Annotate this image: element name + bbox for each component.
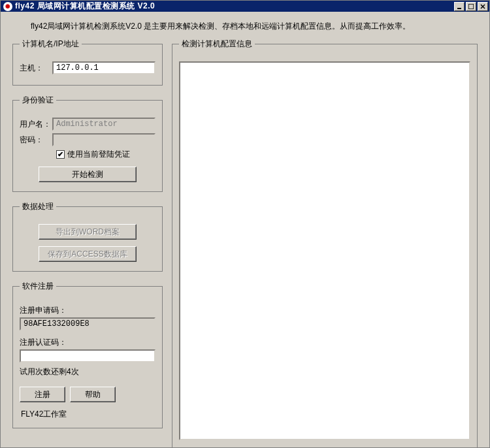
host-label: 主机： xyxy=(20,63,52,74)
host-group: 计算机名/IP地址 主机： xyxy=(12,39,163,86)
studio-label: FLY42工作室 xyxy=(21,409,155,420)
right-column: 检测计算机配置信息 xyxy=(172,39,478,448)
help-button[interactable]: 帮助 xyxy=(70,387,116,402)
password-input xyxy=(52,133,155,146)
save-access-button[interactable]: 保存到ACCESS数据库 xyxy=(39,246,137,262)
host-legend: 计算机名/IP地址 xyxy=(20,39,82,50)
window-title: fly42 局域网计算机配置检测系统 V2.0 xyxy=(15,1,454,12)
close-button[interactable] xyxy=(478,2,488,11)
reg-legend: 软件注册 xyxy=(20,281,56,292)
auth-code-label: 注册认证码： xyxy=(20,337,155,348)
use-current-credentials-checkbox[interactable]: ✔ xyxy=(56,150,65,159)
svg-rect-1 xyxy=(468,4,474,9)
maximize-button[interactable] xyxy=(466,2,476,11)
trial-remaining-label: 试用次数还剩4次 xyxy=(20,366,155,377)
host-input[interactable] xyxy=(52,61,155,74)
auth-group: 身份验证 用户名： 密码： ✔ 使用当前登陆凭证 开始检测 xyxy=(12,95,163,192)
result-group: 检测计算机配置信息 xyxy=(172,39,478,448)
request-code-field xyxy=(20,317,155,330)
left-column: 计算机名/IP地址 主机： 身份验证 用户名： 密码： xyxy=(12,39,163,448)
title-bar: ✺ fly42 局域网计算机配置检测系统 V2.0 xyxy=(1,1,489,12)
minimize-button[interactable] xyxy=(454,2,465,11)
registration-group: 软件注册 注册申请码： 注册认证码： 试用次数还剩4次 注册 帮助 FLY42工… xyxy=(12,281,163,428)
use-current-credentials-label: 使用当前登陆凭证 xyxy=(67,149,130,160)
result-textarea[interactable] xyxy=(179,61,470,440)
username-label: 用户名： xyxy=(20,119,52,130)
username-input xyxy=(52,118,155,131)
app-description: fly42局域网计算机检测系统V2.0 是主要用来解决检测、存档本地和远端计算机… xyxy=(31,21,478,32)
auth-legend: 身份验证 xyxy=(20,95,56,106)
export-word-button[interactable]: 导出到WORD档案 xyxy=(39,224,137,240)
svg-rect-0 xyxy=(457,8,461,9)
request-code-label: 注册申请码： xyxy=(20,305,155,316)
main-columns: 计算机名/IP地址 主机： 身份验证 用户名： 密码： xyxy=(12,39,478,448)
app-window: ✺ fly42 局域网计算机配置检测系统 V2.0 fly42局域网计算机检测系… xyxy=(0,0,490,448)
auth-code-input[interactable] xyxy=(20,349,155,362)
password-label: 密码： xyxy=(20,135,52,146)
data-group: 数据处理 导出到WORD档案 保存到ACCESS数据库 xyxy=(12,201,163,272)
window-controls xyxy=(454,2,488,11)
result-legend: 检测计算机配置信息 xyxy=(179,39,255,50)
data-legend: 数据处理 xyxy=(20,201,56,212)
start-detect-button[interactable]: 开始检测 xyxy=(39,167,137,182)
register-button[interactable]: 注册 xyxy=(20,387,65,402)
app-icon: ✺ xyxy=(3,2,12,11)
client-area: fly42局域网计算机检测系统V2.0 是主要用来解决检测、存档本地和远端计算机… xyxy=(1,12,489,448)
